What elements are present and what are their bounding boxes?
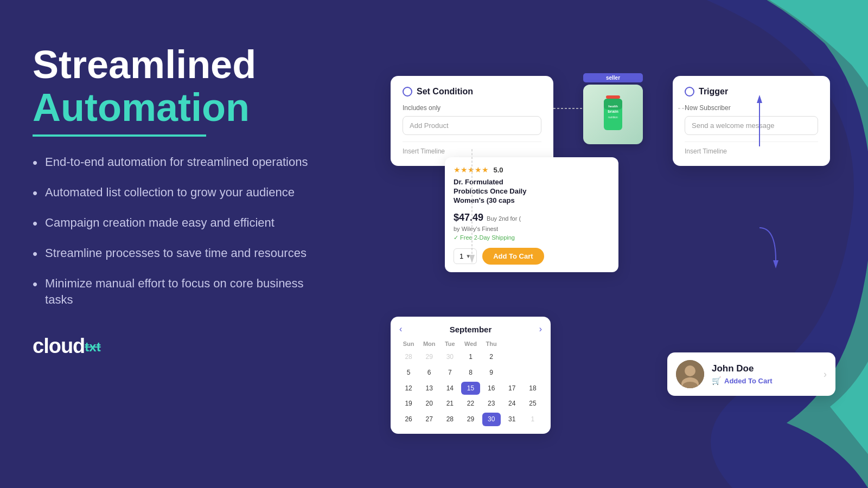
trigger-card: Trigger New Subscriber Send a welcome me… — [673, 76, 830, 166]
price-note: Buy 2nd for ( — [487, 215, 521, 222]
feature-list: End-to-end automation for streamlined op… — [33, 154, 315, 309]
cal-day-4[interactable] — [524, 350, 542, 364]
svg-text:health: health — [608, 105, 618, 108]
cal-day-13[interactable]: 13 — [420, 382, 438, 395]
condition-card: Set Condition Includes only Add Product … — [391, 76, 553, 166]
bullet-5: Minimize manual effort to focus on core … — [33, 275, 315, 309]
cal-day-27[interactable]: 27 — [420, 413, 438, 426]
cal-day-1[interactable]: 1 — [461, 350, 480, 364]
bullet-1: End-to-end automation for streamlined op… — [33, 154, 315, 172]
condition-footer: Insert Timeline — [403, 142, 541, 155]
product-image-container: seller health brain nutrition — [583, 73, 643, 144]
cal-day-19[interactable]: 19 — [399, 397, 418, 410]
cal-day-11[interactable] — [524, 366, 542, 380]
logo: cloudtxt — [33, 335, 315, 358]
cal-day-28[interactable]: 28 — [441, 413, 459, 426]
day-header-fri — [503, 339, 521, 348]
notification-card: John Doe 🛒 Added To Cart › — [667, 352, 835, 396]
add-to-cart-row: 1 ▼ Add To Cart — [454, 248, 610, 265]
quantity-selector[interactable]: 1 ▼ — [454, 248, 477, 264]
calendar-month: September — [450, 325, 492, 334]
svg-rect-5 — [606, 95, 620, 99]
condition-card-title: Set Condition — [417, 87, 473, 97]
seller-name: by Wiley's Finest — [454, 226, 610, 232]
cal-day-23[interactable]: 23 — [482, 397, 501, 410]
cal-day-5[interactable]: 5 — [399, 366, 418, 380]
cal-day-14[interactable]: 14 — [441, 382, 459, 395]
cal-day-17[interactable]: 17 — [503, 382, 521, 395]
cal-day-29p[interactable]: 29 — [420, 350, 438, 364]
product-image: health brain nutrition — [583, 85, 643, 144]
condition-label: Includes only — [403, 104, 541, 112]
product-price: $47.49 — [454, 212, 483, 223]
left-panel: Streamlined Automation End-to-end automa… — [33, 43, 315, 358]
title-streamlined: Streamlined Automation — [33, 43, 315, 129]
cal-day-26[interactable]: 26 — [399, 413, 418, 426]
condition-icon — [403, 87, 412, 97]
notif-action: Added To Cart — [724, 377, 773, 385]
cart-icon: 🛒 — [712, 376, 721, 385]
cal-day-1n[interactable]: 1 — [524, 413, 542, 426]
bullet-2: Automated list collection to grow your a… — [33, 184, 315, 203]
day-header-sun: Sun — [399, 339, 418, 348]
calendar-prev-button[interactable]: ‹ — [399, 324, 402, 334]
amazon-product-card: ★★★★★ 5.0 Dr. Formulated Probiotics Once… — [445, 157, 618, 272]
day-header-mon: Mon — [420, 339, 438, 348]
day-header-wed: Wed — [461, 339, 480, 348]
shipping-info: ✓ Free 2-Day Shipping — [454, 234, 610, 241]
trigger-icon — [685, 87, 694, 97]
star-icons: ★★★★★ — [454, 165, 489, 174]
bullet-3: Campaign creation made easy and efficien… — [33, 215, 315, 233]
day-header-tue: Tue — [441, 339, 459, 348]
cal-day-28p[interactable]: 28 — [399, 350, 418, 364]
cal-day-29[interactable]: 29 — [461, 413, 480, 426]
cal-day-21[interactable]: 21 — [441, 397, 459, 410]
trigger-footer: Insert Timeline — [685, 142, 818, 155]
welcome-message-input[interactable]: Send a welcome message — [685, 116, 818, 135]
day-header-sat — [524, 339, 542, 348]
cal-day-30p[interactable]: 30 — [441, 350, 459, 364]
cal-day-8[interactable]: 8 — [461, 366, 480, 380]
bullet-4: Streamline processes to save time and re… — [33, 245, 315, 264]
cal-day-31[interactable]: 31 — [503, 413, 521, 426]
avatar-icon — [676, 360, 704, 388]
cal-day-30-highlighted[interactable]: 30 — [482, 413, 501, 426]
product-bottle-icon: health brain nutrition — [594, 90, 632, 139]
cal-day-24[interactable]: 24 — [503, 397, 521, 410]
cal-day-9[interactable]: 9 — [482, 366, 501, 380]
cal-day-25[interactable]: 25 — [524, 397, 542, 410]
cal-day-18[interactable]: 18 — [524, 382, 542, 395]
cal-day-16[interactable]: 16 — [482, 382, 501, 395]
svg-text:nutrition: nutrition — [608, 115, 618, 119]
cal-day-2[interactable]: 2 — [482, 350, 501, 364]
condition-card-header: Set Condition — [403, 87, 541, 97]
cal-day-20[interactable]: 20 — [420, 397, 438, 410]
avatar — [676, 360, 704, 388]
logo-cloud-text: cloud — [33, 335, 85, 358]
cal-day-6[interactable]: 6 — [420, 366, 438, 380]
product-badge: seller — [583, 73, 643, 82]
svg-rect-7 — [604, 99, 622, 110]
cal-day-12[interactable]: 12 — [399, 382, 418, 395]
add-product-input[interactable]: Add Product — [403, 116, 541, 135]
svg-point-12 — [685, 365, 695, 376]
cal-day-10[interactable] — [503, 366, 521, 380]
notif-status: 🛒 Added To Cart — [712, 376, 773, 385]
cal-day-15-today[interactable]: 15 — [461, 382, 480, 395]
rating-number: 5.0 — [493, 166, 503, 174]
logo-txt-text: txt — [85, 339, 100, 355]
trigger-label: New Subscriber — [685, 104, 818, 112]
price-row: $47.49 Buy 2nd for ( — [454, 209, 610, 223]
cal-day-7[interactable]: 7 — [441, 366, 459, 380]
svg-marker-3 — [773, 260, 778, 268]
calendar-grid: Sun Mon Tue Wed Thu 28 29 30 1 2 5 6 7 8… — [399, 339, 542, 426]
cal-day-22[interactable]: 22 — [461, 397, 480, 410]
day-header-thu: Thu — [482, 339, 501, 348]
calendar-next-button[interactable]: › — [539, 324, 542, 334]
title-underline — [33, 134, 206, 137]
cal-day-3[interactable] — [503, 350, 521, 364]
add-to-cart-button[interactable]: Add To Cart — [482, 248, 544, 265]
calendar-header: ‹ September › — [399, 324, 542, 334]
trigger-card-title: Trigger — [699, 87, 728, 97]
trigger-card-header: Trigger — [685, 87, 818, 97]
